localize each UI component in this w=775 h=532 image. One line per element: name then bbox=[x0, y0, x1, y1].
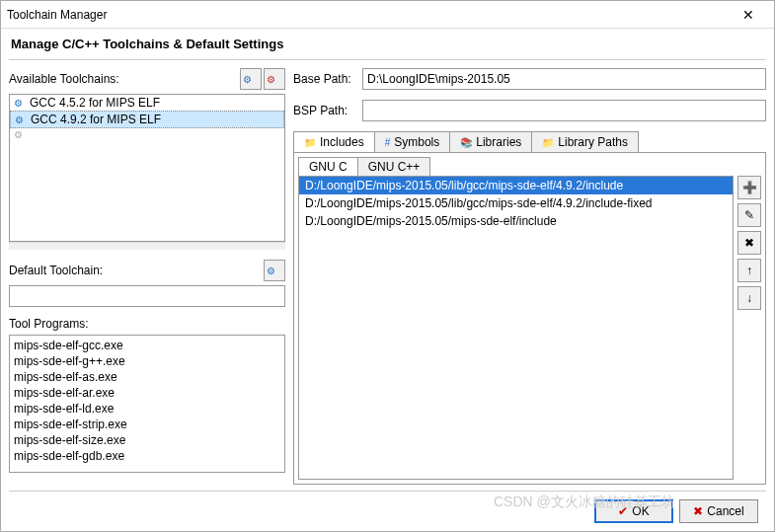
tool-programs-list: mips-sde-elf-gcc.exe mips-sde-elf-g++.ex… bbox=[9, 335, 285, 473]
gear-icon: ⚙ bbox=[243, 74, 255, 85]
available-label: Available Toolchains: bbox=[9, 72, 238, 86]
cancel-button[interactable]: ✖Cancel bbox=[679, 499, 758, 523]
up-icon: ↑ bbox=[746, 264, 752, 277]
hash-icon: # bbox=[385, 137, 391, 148]
includes-list[interactable]: D:/LoongIDE/mips-2015.05/lib/gcc/mips-sd… bbox=[298, 176, 734, 480]
tab-libraries[interactable]: 📚Libraries bbox=[449, 131, 532, 152]
gear-icon: ⚙ bbox=[14, 98, 26, 109]
close-icon[interactable]: ✕ bbox=[729, 7, 768, 23]
remove-toolchain-button[interactable]: ⚙ bbox=[264, 68, 285, 90]
add-icon: ➕ bbox=[742, 181, 757, 194]
folder-icon: 📁 bbox=[542, 137, 554, 148]
tool-programs-label: Tool Programs: bbox=[9, 317, 285, 331]
toolchain-list[interactable]: ⚙GCC 4.5.2 for MIPS ELF ⚙GCC 4.9.2 for M… bbox=[9, 94, 285, 242]
toolchain-item[interactable]: ⚙GCC 4.5.2 for MIPS ELF bbox=[10, 95, 284, 111]
tab-includes[interactable]: 📁Includes bbox=[293, 131, 375, 152]
list-item: mips-sde-elf-size.exe bbox=[14, 432, 280, 448]
list-item: mips-sde-elf-ar.exe bbox=[14, 385, 280, 401]
scrollbar[interactable] bbox=[9, 242, 285, 250]
list-item: mips-sde-elf-gdb.exe bbox=[14, 448, 280, 464]
gear-icon: ⚙ bbox=[15, 114, 27, 125]
move-up-button[interactable]: ↑ bbox=[737, 259, 761, 282]
include-item[interactable]: D:/LoongIDE/mips-2015.05/mips-sde-elf/in… bbox=[299, 212, 733, 230]
edit-icon: ✎ bbox=[744, 208, 754, 222]
toolchain-item-empty[interactable]: ⚙ bbox=[10, 128, 284, 141]
set-default-button[interactable]: ⚙ bbox=[264, 260, 285, 281]
gear-remove-icon: ⚙ bbox=[267, 74, 278, 85]
delete-icon: ✖ bbox=[744, 236, 754, 250]
toolchain-label: GCC 4.5.2 for MIPS ELF bbox=[30, 96, 160, 110]
refresh-toolchain-button[interactable]: ⚙ bbox=[240, 68, 262, 90]
folder-icon: 📁 bbox=[304, 137, 316, 148]
delete-include-button[interactable]: ✖ bbox=[737, 231, 761, 255]
toolchain-item[interactable]: ⚙GCC 4.9.2 for MIPS ELF bbox=[10, 111, 284, 128]
base-path-label: Base Path: bbox=[293, 72, 362, 86]
titlebar: Toolchain Manager ✕ bbox=[1, 1, 774, 29]
detail-tabs: 📁Includes #Symbols 📚Libraries 📁Library P… bbox=[293, 131, 766, 152]
divider bbox=[9, 59, 766, 60]
page-subtitle: Manage C/C++ Toolchains & Default Settin… bbox=[1, 29, 774, 59]
cross-icon: ✖ bbox=[693, 504, 703, 518]
include-item[interactable]: D:/LoongIDE/mips-2015.05/lib/gcc/mips-sd… bbox=[299, 177, 733, 194]
toolchain-label: GCC 4.9.2 for MIPS ELF bbox=[31, 113, 161, 126]
include-item[interactable]: D:/LoongIDE/mips-2015.05/lib/gcc/mips-sd… bbox=[299, 194, 733, 212]
subtab-gnuc[interactable]: GNU C bbox=[298, 157, 358, 176]
gear-icon: ⚙ bbox=[267, 266, 278, 276]
edit-include-button[interactable]: ✎ bbox=[737, 203, 761, 227]
books-icon: 📚 bbox=[460, 137, 472, 148]
tab-symbols[interactable]: #Symbols bbox=[374, 131, 451, 152]
move-down-button[interactable]: ↓ bbox=[737, 286, 761, 310]
list-item: mips-sde-elf-gcc.exe bbox=[14, 338, 280, 353]
window-title: Toolchain Manager bbox=[7, 8, 729, 22]
dialog-footer: ✔OK ✖Cancel bbox=[9, 491, 766, 531]
gear-icon: ⚙ bbox=[14, 129, 26, 140]
base-path-input[interactable] bbox=[362, 68, 766, 90]
down-icon: ↓ bbox=[746, 291, 752, 305]
list-item: mips-sde-elf-strip.exe bbox=[14, 417, 280, 432]
add-include-button[interactable]: ➕ bbox=[737, 176, 761, 199]
tab-library-paths[interactable]: 📁Library Paths bbox=[531, 131, 639, 152]
ok-button[interactable]: ✔OK bbox=[594, 499, 673, 523]
list-item: mips-sde-elf-ld.exe bbox=[14, 401, 280, 417]
bsp-path-label: BSP Path: bbox=[293, 104, 362, 117]
subtab-gnucpp[interactable]: GNU C++ bbox=[357, 157, 431, 176]
list-item: mips-sde-elf-as.exe bbox=[14, 369, 280, 385]
list-item: mips-sde-elf-g++.exe bbox=[14, 353, 280, 369]
bsp-path-input[interactable] bbox=[362, 100, 766, 121]
default-toolchain-label: Default Toolchain: bbox=[9, 264, 262, 277]
default-toolchain-input[interactable] bbox=[9, 285, 285, 307]
check-icon: ✔ bbox=[618, 504, 628, 518]
